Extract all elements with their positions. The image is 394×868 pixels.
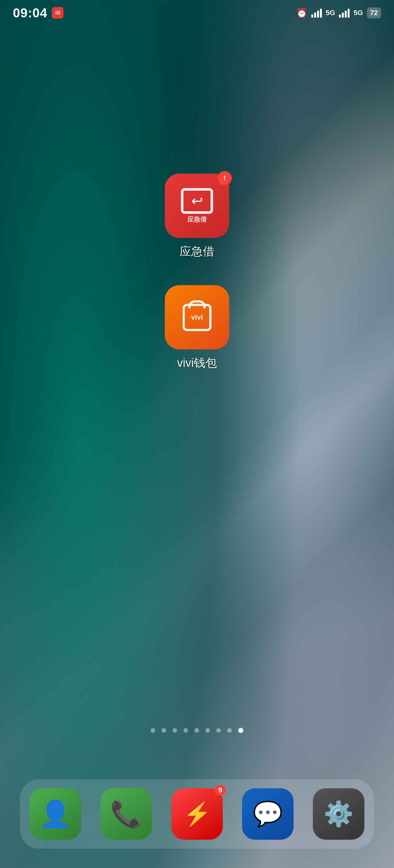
page-dot-6[interactable] (216, 728, 221, 733)
5g-label-2: 5G (354, 9, 363, 17)
signal-bar (345, 10, 347, 18)
settings-icon[interactable]: ⚙️ (313, 788, 364, 840)
person-silhouette-icon: 👤 (39, 799, 72, 829)
page-dot-7[interactable] (227, 728, 232, 733)
signal-bar (348, 9, 349, 18)
vivi-bag-icon: vivi (182, 304, 212, 331)
status-bar: 09:04 ⏰ 5G 5G 72 (0, 0, 394, 26)
contacts-icon[interactable]: 👤 (30, 788, 81, 840)
vivi-inner: vivi (182, 304, 212, 331)
yingjijie-inner: 应急借 (181, 188, 213, 224)
status-right: ⏰ 5G 5G 72 (296, 7, 381, 18)
page-indicators (151, 728, 243, 733)
vivi-label: vivi钱包 (177, 355, 217, 371)
signal-bar (317, 10, 319, 18)
page-dot-8-active[interactable] (238, 728, 243, 733)
signal-bars-2 (339, 8, 349, 18)
signal-bar (320, 9, 322, 18)
kuaishou-badge: 9 (215, 785, 226, 795)
warning-badge-icon: ! (223, 174, 226, 182)
yingjijie-text: 应急借 (187, 215, 207, 224)
phone-handset-icon: 📞 (110, 799, 142, 829)
signal-bars-1 (311, 8, 322, 18)
message-icon[interactable]: 💬 (242, 788, 293, 840)
alarm-icon: ⏰ (296, 8, 307, 18)
5g-label-1: 5G (326, 9, 335, 17)
page-dot-0[interactable] (151, 728, 155, 733)
dock: 👤 📞 ⚡ 9 💬 ⚙️ (20, 779, 374, 849)
mail-icon (52, 7, 63, 19)
app-icon-vivi-icon[interactable]: vivi (165, 285, 229, 349)
page-dot-3[interactable] (184, 728, 188, 733)
phone-icon[interactable]: 📞 (101, 788, 152, 840)
app-icon-wrapper-yingjijie[interactable]: 应急借 ! (165, 174, 229, 238)
page-dot-1[interactable] (162, 728, 166, 733)
status-time: 09:04 (13, 6, 47, 20)
wallpaper (0, 0, 394, 868)
signal-bar (342, 12, 344, 18)
page-dot-2[interactable] (172, 728, 177, 733)
yingjijie-badge: ! (218, 171, 232, 185)
chat-bubble-icon: 💬 (253, 800, 283, 828)
dock-kuaishou[interactable]: ⚡ 9 (171, 788, 223, 840)
dock-phone[interactable]: 📞 (101, 788, 152, 840)
app-icon-wrapper-vivi[interactable]: vivi (165, 285, 229, 349)
battery: 72 (367, 7, 381, 18)
yingjijie-symbol (181, 188, 213, 214)
dock-settings[interactable]: ⚙️ (313, 788, 364, 840)
signal-bar (314, 12, 316, 18)
gear-settings-icon: ⚙️ (323, 800, 354, 828)
dock-message[interactable]: 💬 (242, 788, 293, 840)
yingjijie-label: 应急借 (179, 244, 215, 259)
battery-level: 72 (370, 9, 378, 17)
status-left: 09:04 (13, 6, 63, 20)
vivi-logo: vivi (191, 313, 203, 321)
wave-foam (0, 0, 394, 868)
kuaishou-icon[interactable]: ⚡ (171, 788, 223, 840)
kuaishou-logo-icon: ⚡ (183, 801, 211, 827)
kuaishou-badge-count: 9 (218, 786, 222, 794)
dock-contacts[interactable]: 👤 (30, 788, 81, 840)
page-dot-5[interactable] (205, 728, 210, 733)
apps-container: 应急借 ! 应急借 vivi vivi钱包 (165, 174, 229, 371)
app-yingjijie[interactable]: 应急借 ! 应急借 (165, 174, 229, 259)
page-dot-4[interactable] (194, 728, 199, 733)
signal-bar (311, 14, 313, 18)
app-vivi[interactable]: vivi vivi钱包 (165, 285, 229, 371)
signal-bar (339, 14, 341, 18)
